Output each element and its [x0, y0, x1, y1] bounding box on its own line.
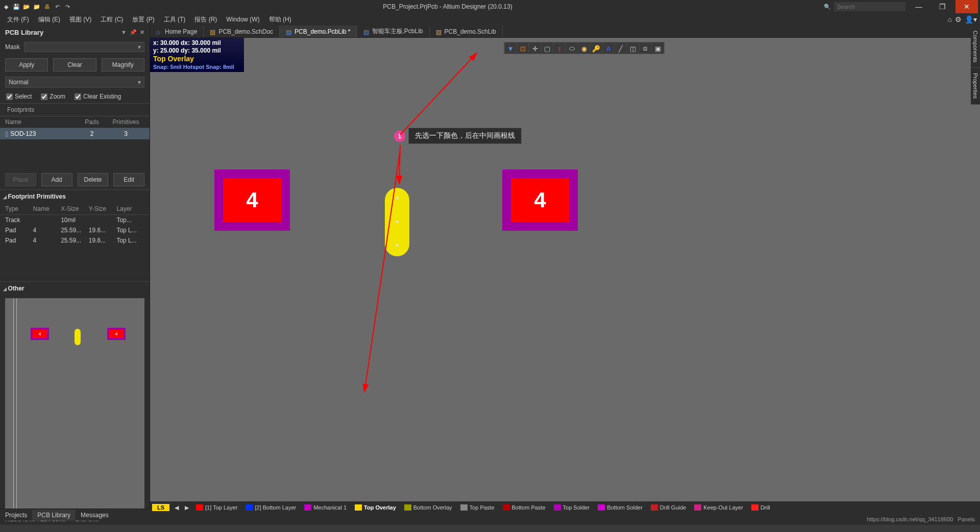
- panel-pin-icon[interactable]: 📌: [130, 29, 137, 36]
- dim2-icon[interactable]: ⧈: [640, 42, 652, 55]
- rect-icon[interactable]: ▢: [542, 42, 554, 55]
- delete-button[interactable]: Delete: [78, 173, 109, 186]
- footprints-header: Footprints: [0, 103, 150, 116]
- pad-icon[interactable]: ⬭: [566, 42, 578, 55]
- print-icon[interactable]: 🖶: [43, 3, 51, 11]
- open-icon[interactable]: 📂: [22, 3, 31, 11]
- layer-keepout[interactable]: Keep-Out Layer: [691, 504, 746, 511]
- menu-help[interactable]: 帮助 (H): [265, 14, 296, 26]
- layer-next-icon[interactable]: ▶: [183, 504, 191, 511]
- footprint-row[interactable]: ▯ SOD-123 2 3: [0, 128, 150, 139]
- undo-icon[interactable]: ↶: [53, 3, 61, 11]
- messages-tab[interactable]: Messages: [76, 510, 114, 521]
- menu-tools[interactable]: 工具 (T): [160, 14, 190, 26]
- save-icon[interactable]: 💾: [12, 3, 20, 11]
- redo-icon[interactable]: ↷: [63, 3, 71, 11]
- maximize-button[interactable]: ❐: [932, 0, 952, 13]
- primitive-row[interactable]: Track10milTop...: [0, 215, 150, 225]
- pad-left[interactable]: 4: [214, 170, 290, 231]
- clear-button[interactable]: Clear: [53, 58, 96, 71]
- svg-line-1: [399, 145, 400, 184]
- layer-top-solder[interactable]: Top Solder: [551, 504, 593, 511]
- tab-schdoc[interactable]: ▧PCB_demo.SchDoc: [204, 26, 280, 37]
- primitive-row[interactable]: Pad425.59...19.6...Top L...: [0, 225, 150, 235]
- edit-button[interactable]: Edit: [113, 173, 144, 186]
- layer-bar: LS ◀ ▶ [1] Top Layer [2] Bottom Layer Me…: [150, 501, 980, 514]
- home-icon[interactable]: ⌂: [948, 15, 952, 23]
- components-tab[interactable]: Components: [971, 26, 980, 68]
- other-header[interactable]: Other: [0, 281, 150, 295]
- user-icon[interactable]: 👤▾: [965, 15, 977, 23]
- footprint-grid-header: Name Pads Primitives: [0, 116, 150, 128]
- pcb-library-panel: PCB Library ▼ 📌 ✕ Mask ▾ Apply Clear Mag…: [0, 26, 150, 514]
- 3d-icon[interactable]: ▣: [652, 42, 664, 55]
- clear-existing-checkbox[interactable]: Clear Existing: [75, 93, 121, 100]
- panel-close-icon[interactable]: ✕: [140, 29, 144, 36]
- layer-mech1[interactable]: Mechanical 1: [301, 504, 350, 511]
- layer-drill[interactable]: Drill: [748, 504, 773, 511]
- layer-top-paste[interactable]: Top Paste: [457, 504, 498, 511]
- layer-bottom-paste[interactable]: Bottom Paste: [500, 504, 549, 511]
- layer-drill-guide[interactable]: Drill Guide: [648, 504, 689, 511]
- open2-icon[interactable]: 📁: [33, 3, 41, 11]
- panel-dropdown-icon[interactable]: ▼: [121, 29, 127, 35]
- zoom-checkbox[interactable]: Zoom: [41, 93, 65, 100]
- magnify-button[interactable]: Magnify: [102, 58, 144, 71]
- layer-set-button[interactable]: LS: [152, 504, 169, 511]
- menu-file[interactable]: 文件 (F): [3, 14, 33, 26]
- tab-home[interactable]: ⌂Home Page: [150, 26, 204, 37]
- panel-title: PCB Library: [5, 29, 43, 36]
- apply-button[interactable]: Apply: [5, 58, 48, 71]
- footprint-primitives-header[interactable]: Footprint Primitives: [0, 189, 150, 203]
- menu-project[interactable]: 工程 (C): [96, 14, 127, 26]
- primitive-row[interactable]: Pad425.59...19.6...Top L...: [0, 235, 150, 246]
- panels-button[interactable]: Panels: [958, 516, 975, 522]
- layer-top[interactable]: [1] Top Layer: [193, 504, 240, 511]
- tab-schlib[interactable]: ▧PCB_demo.SchLib: [430, 26, 503, 37]
- menu-report[interactable]: 报告 (R): [190, 14, 221, 26]
- layer-bottom-solder[interactable]: Bottom Solder: [595, 504, 646, 511]
- menu-edit[interactable]: 编辑 (E): [34, 14, 64, 26]
- center-slot[interactable]: + + +: [385, 188, 409, 256]
- pcb-library-tab[interactable]: PCB Library: [32, 510, 76, 521]
- watermark-url: https://blog.csdn.net/qq_34118600: [867, 516, 953, 522]
- primitives-grid-header: Type Name X-Size Y-Size Layer: [0, 203, 150, 215]
- tab-pcblib[interactable]: ▤PCB_demo.PcbLib *: [280, 26, 357, 37]
- layer-bottom[interactable]: [2] Bottom Layer: [242, 504, 299, 511]
- gear-icon[interactable]: ⚙: [955, 15, 962, 23]
- menu-place[interactable]: 放置 (P): [128, 14, 158, 26]
- add-button[interactable]: Add: [41, 173, 72, 186]
- key-icon[interactable]: 🔑: [591, 42, 603, 55]
- menu-view[interactable]: 视图 (V): [65, 14, 95, 26]
- properties-tab[interactable]: Properties: [971, 68, 980, 104]
- via-icon[interactable]: ◉: [578, 42, 591, 55]
- align-icon[interactable]: ⫿: [554, 42, 566, 55]
- minimize-button[interactable]: —: [909, 0, 929, 13]
- window-title: PCB_Project.PrjPcb - Altium Designer (20…: [71, 3, 824, 10]
- svg-line-0: [400, 53, 477, 135]
- pcb-canvas[interactable]: x: 30.000 dx: 30.000 mil y: 25.000 dy: 3…: [150, 38, 980, 501]
- string-tool-icon[interactable]: A: [603, 42, 615, 55]
- move-icon[interactable]: ✛: [529, 42, 542, 55]
- search-input[interactable]: [834, 2, 905, 11]
- filter-icon[interactable]: ▼: [505, 42, 517, 55]
- annotation-badge: 1: [394, 131, 405, 142]
- tab-smart[interactable]: ▤智能车主板.PcbLib: [357, 26, 430, 37]
- layer-prev-icon[interactable]: ◀: [173, 504, 181, 511]
- select-checkbox[interactable]: Select: [6, 93, 32, 100]
- mask-select[interactable]: ▾: [24, 42, 144, 52]
- select-icon[interactable]: ⊡: [517, 42, 529, 55]
- layer-bottom-overlay[interactable]: Bottom Overlay: [401, 504, 455, 511]
- footprint-preview: 4 4: [5, 298, 144, 509]
- dim-icon[interactable]: ◫: [627, 42, 640, 55]
- layer-top-overlay[interactable]: Top Overlay: [352, 504, 399, 511]
- place-button[interactable]: Place: [5, 173, 36, 186]
- projects-tab[interactable]: Projects: [0, 510, 32, 521]
- menu-window[interactable]: Window (W): [222, 14, 263, 25]
- close-button[interactable]: ✕: [955, 0, 978, 13]
- doc-icon: ▧: [436, 29, 442, 35]
- pad-right[interactable]: 4: [502, 170, 578, 231]
- line-tool-icon[interactable]: ╱: [615, 42, 627, 55]
- annotation-text: 先选一下颜色，后在中间画根线: [408, 128, 522, 144]
- normal-select[interactable]: Normal: [5, 77, 144, 88]
